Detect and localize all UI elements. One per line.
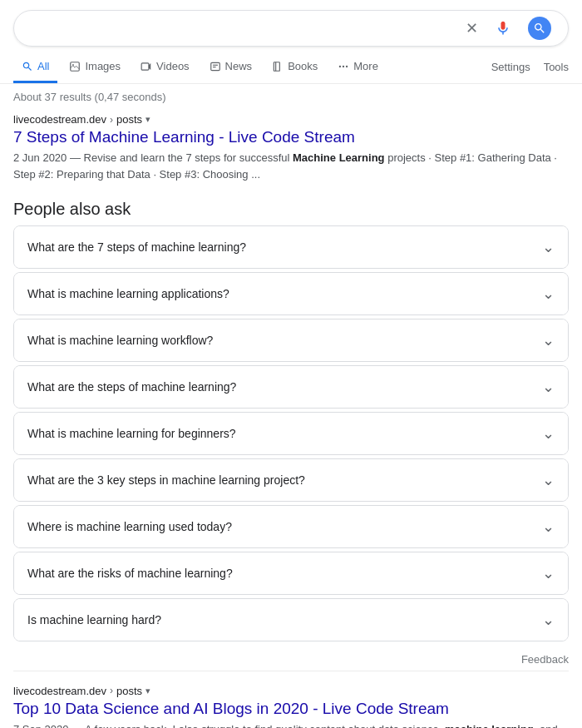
result-2-title[interactable]: Top 10 Data Science and AI Blogs in 2020…	[13, 700, 449, 717]
result-2-breadcrumb: livecodestream.dev › posts ▾	[13, 685, 569, 697]
result-2-snippet: 7 Sep 2020 — A few years back, I also st…	[13, 721, 569, 728]
tab-images-label: Images	[85, 60, 121, 72]
chevron-down-icon-4: ⌄	[542, 424, 555, 443]
paa-item-4-header[interactable]: What is machine learning for beginners? …	[14, 413, 568, 454]
search-bar-container: site:livecodestream.dev machine learning…	[0, 0, 582, 47]
feedback-label: Feedback	[521, 653, 569, 666]
search-icons: ✕	[462, 13, 555, 43]
paa-item-8: Is machine learning hard? ⌄	[13, 598, 569, 641]
all-icon	[22, 61, 33, 72]
result-1-title[interactable]: 7 Steps of Machine Learning - Live Code …	[13, 128, 355, 146]
paa-item-3-header[interactable]: What are the steps of machine learning? …	[14, 366, 568, 408]
paa-item-7-header[interactable]: What are the risks of machine learning? …	[14, 552, 568, 594]
nav-left: All Images Videos News Books More	[13, 50, 491, 83]
clear-button[interactable]: ✕	[462, 16, 481, 41]
paa-item-0: What are the 7 steps of machine learning…	[13, 225, 569, 269]
paa-item-7: What are the risks of machine learning? …	[13, 552, 569, 595]
tab-books-label: Books	[288, 60, 318, 72]
paa-question-7: What are the risks of machine learning?	[27, 567, 233, 580]
paa-item-6-header[interactable]: Where is machine learning used today? ⌄	[14, 506, 568, 547]
tools-link[interactable]: Tools	[544, 61, 569, 73]
more-icon	[338, 61, 349, 72]
chevron-down-icon-2: ⌄	[542, 331, 555, 349]
tab-images[interactable]: Images	[61, 50, 129, 83]
result-1: livecodestream.dev › posts ▾ 7 Steps of …	[0, 106, 582, 186]
chevron-down-icon-6: ⌄	[542, 518, 555, 536]
paa-question-2: What is machine learning workflow?	[27, 334, 213, 347]
paa-section: People also ask What are the 7 steps of …	[13, 200, 569, 641]
svg-rect-2	[141, 62, 149, 69]
result-1-dropdown-icon[interactable]: ▾	[146, 114, 150, 125]
tab-more-label: More	[353, 60, 378, 72]
chevron-right-icon: ›	[110, 114, 113, 126]
tab-videos-label: Videos	[156, 60, 190, 72]
nav-right: Settings Tools	[491, 61, 569, 73]
result-1-site: livecodestream.dev	[13, 113, 106, 126]
tab-books[interactable]: Books	[264, 50, 326, 83]
result-2: livecodestream.dev › posts ▾ Top 10 Data…	[0, 678, 582, 728]
feedback-bar[interactable]: Feedback	[0, 648, 582, 671]
result-2-path: posts	[116, 685, 142, 697]
search-button[interactable]	[525, 13, 555, 43]
tab-more[interactable]: More	[329, 50, 387, 83]
nav-tabs: All Images Videos News Books More Setti	[0, 50, 582, 84]
paa-item-1: What is machine learning applications? ⌄	[13, 272, 569, 315]
svg-point-11	[346, 65, 348, 67]
search-bar: site:livecodestream.dev machine learning…	[13, 10, 569, 47]
divider	[13, 671, 569, 671]
images-icon	[69, 61, 81, 72]
paa-item-0-header[interactable]: What are the 7 steps of machine learning…	[14, 226, 568, 268]
paa-item-5: What are the 3 key steps in machine lear…	[13, 458, 569, 502]
paa-item-6: Where is machine learning used today? ⌄	[13, 505, 569, 548]
svg-point-10	[343, 65, 344, 67]
chevron-down-icon-7: ⌄	[542, 564, 555, 582]
news-icon	[210, 61, 221, 72]
paa-question-1: What is machine learning applications?	[27, 287, 229, 300]
paa-title: People also ask	[13, 200, 569, 219]
chevron-down-icon-0: ⌄	[542, 238, 555, 256]
result-1-path: posts	[116, 113, 142, 126]
results-info: About 37 results (0,47 seconds)	[0, 84, 582, 106]
paa-item-1-header[interactable]: What is machine learning applications? ⌄	[14, 273, 568, 314]
tab-all[interactable]: All	[13, 50, 57, 83]
search-input[interactable]: site:livecodestream.dev machine learning	[27, 21, 462, 36]
paa-question-8: Is machine learning hard?	[27, 613, 161, 626]
voice-search-button[interactable]	[491, 17, 515, 40]
svg-rect-7	[274, 62, 279, 71]
paa-item-2-header[interactable]: What is machine learning workflow? ⌄	[14, 319, 568, 361]
paa-item-4: What is machine learning for beginners? …	[13, 412, 569, 455]
search-icon	[533, 22, 546, 35]
settings-link[interactable]: Settings	[491, 61, 530, 73]
paa-question-3: What are the steps of machine learning?	[27, 380, 236, 394]
videos-icon	[141, 61, 152, 72]
books-icon	[272, 61, 284, 72]
paa-question-5: What are the 3 key steps in machine lear…	[27, 473, 305, 487]
tab-videos[interactable]: Videos	[132, 50, 198, 83]
close-icon: ✕	[466, 19, 478, 37]
tab-news-label: News	[225, 60, 253, 72]
chevron-right-icon-2: ›	[110, 685, 113, 696]
result-1-snippet: 2 Jun 2020 — Revise and learn the 7 step…	[13, 150, 569, 183]
result-2-site: livecodestream.dev	[13, 685, 106, 697]
search-icon-wrap	[528, 17, 551, 40]
paa-question-4: What is machine learning for beginners?	[27, 427, 236, 440]
chevron-down-icon-1: ⌄	[542, 285, 555, 303]
paa-item-3: What are the steps of machine learning? …	[13, 365, 569, 409]
paa-item-5-header[interactable]: What are the 3 key steps in machine lear…	[14, 459, 568, 501]
chevron-down-icon-8: ⌄	[542, 611, 555, 629]
chevron-down-icon-5: ⌄	[542, 471, 555, 489]
microphone-icon	[495, 20, 511, 37]
results-count: About 37 results (0,47 seconds)	[13, 91, 166, 103]
paa-question-6: Where is machine learning used today?	[27, 520, 232, 533]
chevron-down-icon-3: ⌄	[542, 378, 555, 396]
tab-news[interactable]: News	[201, 50, 261, 83]
result-2-dropdown-icon[interactable]: ▾	[146, 686, 150, 696]
paa-item-8-header[interactable]: Is machine learning hard? ⌄	[14, 599, 568, 641]
paa-item-2: What is machine learning workflow? ⌄	[13, 319, 569, 362]
svg-point-1	[73, 64, 75, 66]
svg-point-9	[339, 65, 341, 67]
paa-question-0: What are the 7 steps of machine learning…	[27, 240, 246, 254]
result-1-breadcrumb: livecodestream.dev › posts ▾	[13, 113, 569, 126]
tab-all-label: All	[37, 60, 49, 72]
